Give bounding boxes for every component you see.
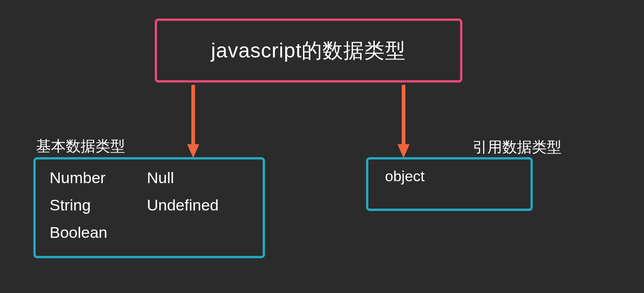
basic-row: Boolean — [50, 223, 249, 242]
basic-row: Number Null — [50, 169, 249, 187]
basic-item: Null — [147, 169, 249, 187]
label-reference-types: 引用数据类型 — [473, 137, 562, 158]
root-node: javascript的数据类型 — [155, 19, 462, 83]
arrow-left — [186, 85, 200, 159]
reference-types-box: object — [366, 157, 533, 211]
arrow-right — [397, 85, 410, 159]
basic-item: Number — [50, 169, 147, 187]
root-title: javascript的数据类型 — [211, 37, 406, 64]
basic-row: String Undefined — [50, 196, 249, 214]
svg-marker-3 — [398, 144, 410, 158]
reference-item: object — [385, 168, 424, 185]
svg-marker-1 — [187, 144, 199, 158]
basic-types-box: Number Null String Undefined Boolean — [33, 157, 265, 258]
basic-item: String — [50, 196, 147, 214]
label-basic-types: 基本数据类型 — [36, 136, 125, 157]
basic-item: Boolean — [50, 223, 147, 242]
basic-item: Undefined — [147, 196, 249, 214]
